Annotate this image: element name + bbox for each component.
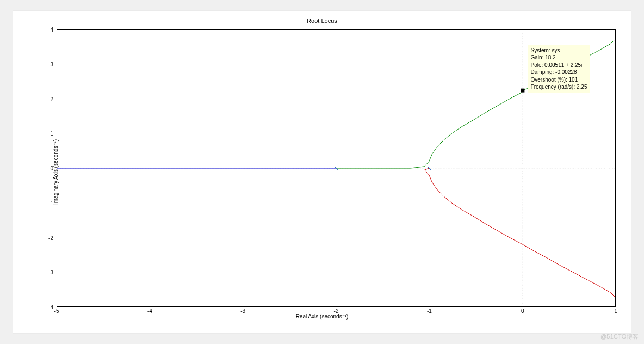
y-tick-label: -2 [40,235,53,241]
y-axis-label: Imaginary Axis (seconds⁻¹) [53,139,59,205]
y-tick-label: -1 [40,200,53,206]
y-tick-label: -4 [40,304,53,310]
plot-area[interactable]: System: sysGain: 18.2Pole: 0.00511 + 2.2… [57,29,616,307]
selected-point-icon[interactable] [521,89,524,93]
tooltip-line: Frequency (rad/s): 2.25 [531,83,587,91]
tooltip-line: System: sys [531,47,587,54]
y-tick-label: 1 [40,131,53,137]
tooltip-line: Damping: -0.00228 [531,69,587,76]
y-tick-label: -3 [40,269,53,275]
tooltip-line: Gain: 18.2 [531,54,587,62]
y-tick-label: 3 [40,61,53,67]
tooltip-line: Overshoot (%): 101 [531,76,587,84]
y-tick-label: 2 [40,96,53,102]
y-tick-label: 4 [40,27,53,33]
x-axis-label: Real Axis (seconds⁻¹) [13,314,631,320]
chart-title: Root Locus [13,17,631,24]
tooltip-line: Pole: 0.00511 + 2.25i [531,62,587,69]
y-tick-label: 0 [40,165,53,171]
data-tip[interactable]: System: sysGain: 18.2Pole: 0.00511 + 2.2… [528,45,591,93]
figure-window: Root Locus System: sysGain: 18.2Pole: 0.… [13,11,631,333]
series-branch-lower [424,168,615,306]
watermark: @51CTO博客 [600,333,639,341]
